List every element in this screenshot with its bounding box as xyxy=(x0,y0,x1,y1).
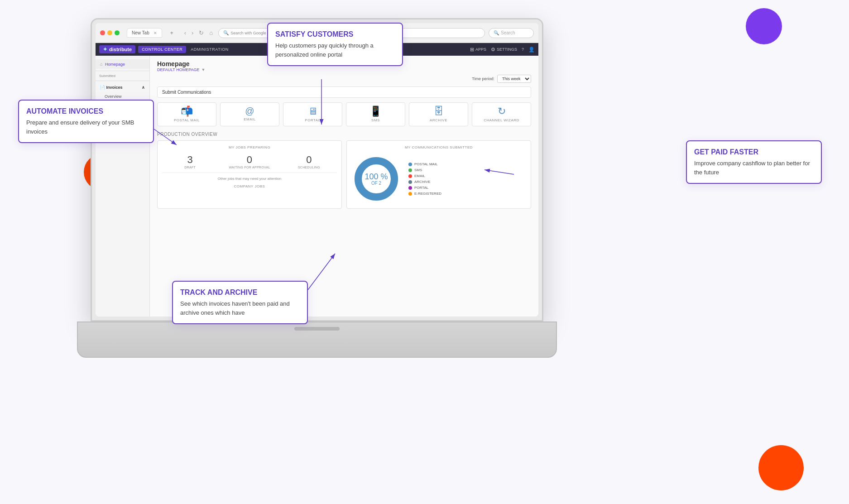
donut-section: 100 % OF 2 POSTAL MAIL xyxy=(351,154,526,204)
attention-text: Other jobs that may need your attention xyxy=(162,173,337,181)
search-icon: 🔍 xyxy=(494,30,499,35)
help-button[interactable]: ? xyxy=(522,47,524,52)
channel-archive[interactable]: 🗄 ARCHIVE xyxy=(409,102,468,126)
callout-get-paid-title: GET PAID FASTER xyxy=(694,148,814,156)
channel-wizard[interactable]: ↻ CHANNEL WIZARD xyxy=(472,102,531,126)
topbar-nav-control-center[interactable]: Control Center xyxy=(138,46,186,53)
portal-icon: 🖥 xyxy=(286,106,339,116)
breadcrumb: DEFAULT HOMEPAGE ▼ xyxy=(157,67,531,72)
channel-postal-mail[interactable]: 📬 POSTAL MAIL xyxy=(157,102,216,126)
donut-legend: POSTAL MAIL SMS EMAIL xyxy=(408,162,441,196)
invoices-icon: 📄 xyxy=(100,85,105,90)
callout-get-paid-desc: Improve company cashflow to plan better … xyxy=(694,159,814,177)
user-icon: 👤 xyxy=(528,47,535,53)
channel-portal[interactable]: 🖥 PORTAL xyxy=(283,102,342,126)
time-period-row: Time period: This week xyxy=(157,75,531,83)
callout-satisfy-desc: Help customers pay quickly through a per… xyxy=(275,41,395,59)
tab-close-icon[interactable]: ✕ xyxy=(153,31,157,35)
email-icon: @ xyxy=(223,106,276,115)
back-button[interactable]: ‹ xyxy=(182,29,188,37)
channel-wizard-icon: ↻ xyxy=(475,106,528,116)
address-search-icon: 🔍 xyxy=(223,30,229,35)
topbar-nav: Control Center Administration xyxy=(138,46,232,53)
postal-mail-icon: 📬 xyxy=(160,106,213,116)
callout-automate-title: AUTOMATE INVOICES xyxy=(26,107,146,115)
close-button[interactable] xyxy=(100,30,105,35)
sidebar-divider-2 xyxy=(96,81,149,81)
archive-icon: 🗄 xyxy=(412,106,465,116)
legend-label-postal: POSTAL MAIL xyxy=(414,162,438,166)
draft-label: DRAFT xyxy=(162,166,218,169)
new-tab-button[interactable]: + xyxy=(168,29,176,37)
scheduling-number: 0 xyxy=(281,154,337,166)
legend-label-portal: PORTAL xyxy=(414,186,428,190)
donut-center: 100 % OF 2 xyxy=(365,173,388,186)
home-button[interactable]: ⌂ xyxy=(207,29,215,37)
jobs-preparing-title: MY JOBS PREPARING xyxy=(162,145,337,149)
deco-circle-purple xyxy=(746,8,782,44)
settings-button[interactable]: ⚙ SETTINGS xyxy=(491,47,517,53)
time-period-select[interactable]: This week xyxy=(497,75,531,83)
app-logo: ✦ distribute xyxy=(99,45,135,53)
breadcrumb-separator: ▼ xyxy=(201,67,206,72)
legend-dot-portal xyxy=(408,186,412,190)
home-icon: ⌂ xyxy=(100,62,103,67)
logo-icon: ✦ xyxy=(103,46,107,53)
topbar-nav-administration[interactable]: Administration xyxy=(187,46,232,53)
topbar-right: ⊞ APPS ⚙ SETTINGS ? 👤 xyxy=(470,47,535,53)
laptop-screen: New Tab ✕ + ‹ › ↻ ⌂ 🔍 Search with Google… xyxy=(96,23,538,317)
channel-archive-label: ARCHIVE xyxy=(412,118,465,122)
legend-dot-eregistered xyxy=(408,192,412,196)
channel-email-label: EMAIL xyxy=(223,117,276,121)
forward-button[interactable]: › xyxy=(190,29,195,37)
comms-submitted-card: MY COMMUNICATIONS SUBMITTED xyxy=(346,140,531,209)
legend-dot-email xyxy=(408,174,412,178)
callout-satisfy: SATISFY CUSTOMERS Help customers pay qui… xyxy=(267,23,403,66)
scheduling-stat: 0 SCHEDULING xyxy=(281,154,337,169)
settings-icon: ⚙ xyxy=(491,47,495,53)
donut-chart: 100 % OF 2 xyxy=(351,154,401,204)
legend-eregistered: E-REGISTERED xyxy=(408,192,441,196)
main-content: Homepage DEFAULT HOMEPAGE ▼ Time period:… xyxy=(150,56,538,317)
callout-get-paid: GET PAID FASTER Improve company cashflow… xyxy=(686,140,822,184)
callout-automate: AUTOMATE INVOICES Prepare and ensure del… xyxy=(18,100,154,143)
user-button[interactable]: 👤 xyxy=(528,47,535,53)
sidebar-item-homepage[interactable]: ⌂ Homepage xyxy=(96,59,149,69)
minimize-button[interactable] xyxy=(107,30,112,35)
jobs-preparing-stats: 3 DRAFT 0 WAITING FOR APPROVAL 0 SCHEDUL… xyxy=(162,154,337,169)
time-period-label: Time period: xyxy=(472,77,494,81)
sidebar-invoices-label: 📄 Invoices xyxy=(100,85,123,90)
legend-dot-postal xyxy=(408,163,412,166)
legend-archive: ARCHIVE xyxy=(408,180,441,184)
sms-icon: 📱 xyxy=(349,106,402,116)
legend-label-email: EMAIL xyxy=(414,174,425,178)
app-body: ⌂ Homepage Submitted 📄 Invoices ∧ xyxy=(96,56,538,317)
channel-postal-mail-label: POSTAL MAIL xyxy=(160,118,213,122)
legend-postal-mail: POSTAL MAIL xyxy=(408,162,441,166)
apps-button[interactable]: ⊞ APPS xyxy=(470,47,486,53)
waiting-number: 0 xyxy=(221,154,277,166)
search-text: Search xyxy=(501,30,515,35)
laptop-base xyxy=(77,322,557,358)
tab-title: New Tab xyxy=(132,30,149,35)
sidebar-divider-1 xyxy=(96,71,149,71)
legend-dot-archive xyxy=(408,180,412,184)
channel-sms[interactable]: 📱 SMS xyxy=(346,102,405,126)
breadcrumb-text: DEFAULT HOMEPAGE xyxy=(157,67,200,72)
callout-track-desc: See which invoices haven't been paid and… xyxy=(180,299,300,317)
callout-track: TRACK AND ARCHIVE See which invoices hav… xyxy=(172,281,308,324)
browser-tab[interactable]: New Tab ✕ xyxy=(127,28,162,38)
waiting-stat: 0 WAITING FOR APPROVAL xyxy=(221,154,277,169)
channel-email[interactable]: @ EMAIL xyxy=(220,102,279,126)
settings-label: SETTINGS xyxy=(497,47,517,52)
legend-portal: PORTAL xyxy=(408,186,441,190)
legend-dot-sms xyxy=(408,168,412,172)
maximize-button[interactable] xyxy=(115,30,120,35)
submit-communications-bar[interactable]: Submit Communications xyxy=(157,86,531,98)
sidebar-invoices-header[interactable]: 📄 Invoices ∧ xyxy=(96,83,149,92)
laptop-wrapper: New Tab ✕ + ‹ › ↻ ⌂ 🔍 Search with Google… xyxy=(91,18,543,358)
production-overview-title: Production Overview xyxy=(157,132,531,137)
deco-circle-orange-bottom xyxy=(758,445,804,490)
browser-search-bar[interactable]: 🔍 Search xyxy=(489,28,534,38)
refresh-button[interactable]: ↻ xyxy=(197,29,206,37)
